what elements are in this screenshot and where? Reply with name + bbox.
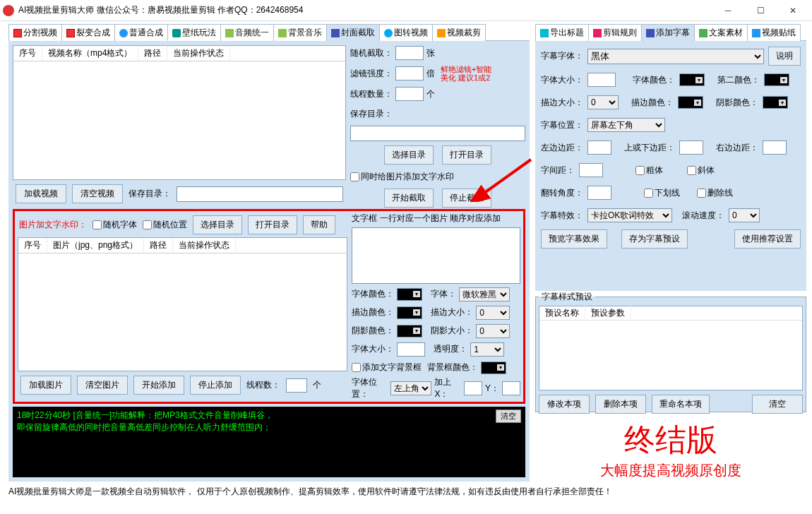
tab-icon: [699, 29, 707, 37]
add-bg-checkbox[interactable]: [352, 363, 361, 372]
delete-preset-button[interactable]: 删除本项: [595, 395, 646, 414]
tab-icon: [437, 29, 446, 37]
bold-checkbox[interactable]: [635, 166, 645, 175]
preset-table[interactable]: 预设名称预设参数: [539, 306, 803, 390]
preset-fieldset: 字幕样式预设 预设名称预设参数 修改本项 删除本项 重命名本项 清空: [535, 291, 806, 412]
close-button[interactable]: ✕: [777, 0, 809, 21]
rand-font-checkbox[interactable]: [92, 220, 102, 229]
image-table[interactable]: 序号图片（jpg、png格式）路径当前操作状态: [18, 237, 347, 371]
tab-icon: [225, 29, 234, 37]
margin-left-input[interactable]: [587, 141, 611, 155]
spacing-input[interactable]: [579, 163, 603, 177]
tab-音频统一[interactable]: 音频统一: [220, 24, 274, 41]
addx-input[interactable]: [464, 381, 482, 395]
sub-stroke-select[interactable]: 0: [587, 95, 619, 109]
rename-preset-button[interactable]: 重命名本项: [652, 395, 710, 414]
load-image-button[interactable]: 加载图片: [20, 376, 71, 395]
rand-pos-checkbox[interactable]: [143, 220, 152, 229]
underline-checkbox[interactable]: [644, 189, 653, 198]
threads-input[interactable]: [395, 87, 424, 101]
tab-icon: [172, 29, 181, 37]
tab-icon: [593, 29, 602, 37]
tab-添加字幕[interactable]: 添加字幕: [641, 24, 695, 41]
left-tabs: 分割视频裂变合成普通合成壁纸玩法音频统一背景音乐封面截取图转视频视频裁剪: [8, 24, 530, 41]
tab-裂变合成[interactable]: 裂变合成: [61, 24, 115, 41]
tab-图转视频[interactable]: 图转视频: [379, 24, 433, 41]
tab-背景音乐[interactable]: 背景音乐: [273, 24, 327, 41]
tab-icon: [278, 29, 287, 37]
tab-icon: [13, 29, 22, 37]
select-dir-button[interactable]: 选择目录: [384, 145, 434, 165]
wm-help-button[interactable]: 帮助: [303, 215, 335, 234]
strike-checkbox[interactable]: [697, 189, 706, 198]
tab-封面截取[interactable]: 封面截取: [326, 24, 380, 41]
start-capture-button[interactable]: 开始截取: [384, 189, 434, 208]
sub-size-input[interactable]: [587, 73, 616, 87]
tab-icon: [646, 29, 655, 37]
font-select[interactable]: 微软雅黑: [459, 287, 510, 301]
savedir-label: 保存目录：: [129, 188, 171, 200]
sub-stroke-color-picker[interactable]: ▾: [678, 96, 703, 109]
tab-导出标题[interactable]: 导出标题: [535, 24, 589, 41]
rotate-input[interactable]: [587, 186, 611, 200]
textbox-title: 文字框 一行对应一个图片 顺序对应添加: [352, 213, 520, 225]
speed-select[interactable]: 0: [729, 208, 760, 222]
clear-video-button[interactable]: 清空视频: [72, 184, 123, 203]
video-table[interactable]: 序号视频名称（mp4格式）路径当前操作状态: [13, 45, 346, 180]
stroke-color-picker[interactable]: ▾: [397, 306, 422, 319]
tab-壁纸玩法[interactable]: 壁纸玩法: [167, 24, 221, 41]
sub-color2-picker[interactable]: ▾: [764, 73, 789, 86]
watermark-text-input[interactable]: [352, 227, 520, 284]
window-title: AI视频批量剪辑大师 微信公众号：唐易视频批量剪辑 作者QQ：264246895…: [18, 4, 303, 16]
font-color-picker[interactable]: ▾: [397, 288, 422, 301]
rand-capture-input[interactable]: [395, 46, 424, 60]
preview-subtitle-button[interactable]: 预览字幕效果: [541, 229, 607, 249]
wm-threads-input[interactable]: [286, 378, 307, 393]
tab-视频裁剪[interactable]: 视频裁剪: [432, 24, 486, 41]
pos-select[interactable]: 左上角: [390, 381, 431, 395]
tab-视频贴纸[interactable]: 视频贴纸: [747, 24, 801, 41]
clear-image-button[interactable]: 清空图片: [77, 376, 128, 395]
tab-icon: [331, 29, 340, 37]
stop-add-button[interactable]: 停止添加: [190, 376, 241, 395]
load-video-button[interactable]: 加载视频: [16, 184, 66, 203]
fx-select[interactable]: 卡拉OK歌词特效: [587, 208, 672, 222]
italic-checkbox[interactable]: [687, 166, 696, 175]
open-dir-button[interactable]: 打开目录: [442, 145, 491, 165]
minimize-button[interactable]: ─: [712, 0, 744, 21]
explain-button[interactable]: 说明: [768, 47, 801, 66]
sub-shadow-color-picker[interactable]: ▾: [763, 96, 788, 109]
wm-open-dir-button[interactable]: 打开目录: [248, 215, 297, 234]
shadow-size-select[interactable]: 0: [476, 324, 510, 338]
tab-文案素材[interactable]: 文案素材: [694, 24, 748, 41]
edit-preset-button[interactable]: 修改本项: [539, 395, 590, 414]
margin-top-input[interactable]: [679, 141, 703, 155]
margin-right-input[interactable]: [763, 141, 787, 155]
sub-color-picker[interactable]: ▾: [679, 73, 705, 86]
tab-分割视频[interactable]: 分割视频: [8, 24, 62, 41]
log-clear-button[interactable]: 清空: [496, 410, 521, 423]
maximize-button[interactable]: ☐: [744, 0, 777, 21]
savedir-input[interactable]: [177, 186, 343, 202]
promo-text: 终结版 大幅度提高视频原创度: [535, 419, 806, 480]
sub-pos-select[interactable]: 屏幕左下角: [587, 118, 665, 132]
start-add-button[interactable]: 开始添加: [133, 376, 184, 395]
save-preset-button[interactable]: 存为字幕预设: [621, 229, 688, 249]
stroke-size-select[interactable]: 0: [476, 306, 510, 320]
wm-select-dir-button[interactable]: 选择目录: [193, 215, 242, 234]
recommend-button[interactable]: 使用推荐设置: [734, 229, 801, 249]
sub-font-select[interactable]: 黑体: [587, 49, 764, 64]
bg-color-picker[interactable]: ▾: [481, 361, 506, 374]
cover-savedir-input[interactable]: [350, 126, 525, 141]
add-watermark-checkbox[interactable]: [350, 172, 359, 181]
stop-capture-button[interactable]: 停止截取: [442, 189, 491, 208]
clear-preset-button[interactable]: 清空: [752, 395, 803, 414]
tab-剪辑规则[interactable]: 剪辑规则: [588, 24, 642, 41]
shadow-color-picker[interactable]: ▾: [397, 325, 422, 337]
addy-input[interactable]: [502, 381, 520, 395]
filter-input[interactable]: [395, 66, 424, 80]
tab-普通合成[interactable]: 普通合成: [114, 24, 168, 41]
opacity-select[interactable]: 1: [470, 342, 504, 357]
font-size-input[interactable]: [397, 342, 425, 357]
right-tabs: 导出标题剪辑规则添加字幕文案素材视频贴纸: [535, 24, 806, 41]
